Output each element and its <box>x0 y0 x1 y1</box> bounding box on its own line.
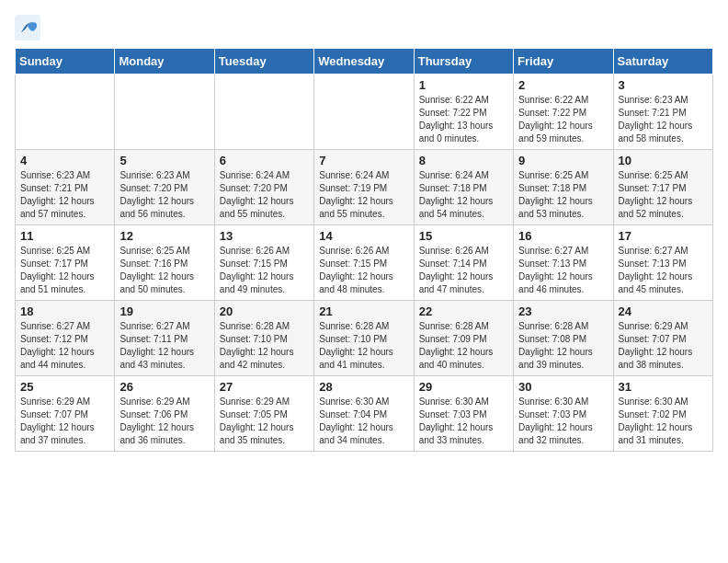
day-number: 23 <box>518 304 608 318</box>
calendar-cell: 6Sunrise: 6:24 AM Sunset: 7:20 PM Daylig… <box>214 150 313 225</box>
day-info: Sunrise: 6:24 AM Sunset: 7:20 PM Dayligh… <box>220 169 309 221</box>
calendar-cell: 11Sunrise: 6:25 AM Sunset: 7:17 PM Dayli… <box>16 225 115 301</box>
day-number: 4 <box>20 154 109 167</box>
svg-rect-0 <box>15 15 40 40</box>
day-info: Sunrise: 6:28 AM Sunset: 7:10 PM Dayligh… <box>319 320 408 372</box>
day-info: Sunrise: 6:24 AM Sunset: 7:18 PM Dayligh… <box>419 169 508 221</box>
calendar-cell: 3Sunrise: 6:23 AM Sunset: 7:21 PM Daylig… <box>613 75 712 150</box>
weekday-header-thursday: Thursday <box>414 49 513 75</box>
day-info: Sunrise: 6:25 AM Sunset: 7:16 PM Dayligh… <box>119 245 209 296</box>
day-info: Sunrise: 6:27 AM Sunset: 7:11 PM Dayligh… <box>119 320 209 372</box>
calendar-cell: 15Sunrise: 6:26 AM Sunset: 7:14 PM Dayli… <box>414 225 513 301</box>
weekday-header-row: SundayMondayTuesdayWednesdayThursdayFrid… <box>16 49 713 75</box>
calendar-cell: 8Sunrise: 6:24 AM Sunset: 7:18 PM Daylig… <box>414 150 513 225</box>
calendar-cell: 25Sunrise: 6:29 AM Sunset: 7:07 PM Dayli… <box>16 376 115 452</box>
day-info: Sunrise: 6:23 AM Sunset: 7:21 PM Dayligh… <box>619 94 708 145</box>
day-number: 16 <box>518 229 608 243</box>
day-number: 1 <box>419 78 508 92</box>
day-number: 17 <box>619 229 708 243</box>
day-info: Sunrise: 6:23 AM Sunset: 7:21 PM Dayligh… <box>20 169 109 221</box>
day-number: 27 <box>220 380 309 394</box>
day-info: Sunrise: 6:25 AM Sunset: 7:17 PM Dayligh… <box>619 169 708 221</box>
day-info: Sunrise: 6:27 AM Sunset: 7:12 PM Dayligh… <box>20 320 109 372</box>
calendar-cell: 27Sunrise: 6:29 AM Sunset: 7:05 PM Dayli… <box>214 376 313 452</box>
day-info: Sunrise: 6:27 AM Sunset: 7:13 PM Dayligh… <box>619 245 708 296</box>
day-number: 30 <box>518 380 608 394</box>
day-number: 7 <box>319 154 408 167</box>
day-info: Sunrise: 6:26 AM Sunset: 7:15 PM Dayligh… <box>220 245 309 296</box>
weekday-header-sunday: Sunday <box>16 49 115 75</box>
day-info: Sunrise: 6:30 AM Sunset: 7:03 PM Dayligh… <box>419 396 508 447</box>
calendar-cell: 1Sunrise: 6:22 AM Sunset: 7:22 PM Daylig… <box>414 75 513 150</box>
calendar-cell <box>314 75 414 150</box>
day-number: 31 <box>619 380 708 394</box>
day-number: 10 <box>619 154 708 167</box>
calendar-body: 1Sunrise: 6:22 AM Sunset: 7:22 PM Daylig… <box>16 75 713 452</box>
day-info: Sunrise: 6:30 AM Sunset: 7:04 PM Dayligh… <box>319 396 408 447</box>
logo-icon <box>15 15 40 40</box>
day-number: 21 <box>319 304 408 318</box>
day-info: Sunrise: 6:23 AM Sunset: 7:20 PM Dayligh… <box>119 169 209 221</box>
calendar-week-2: 4Sunrise: 6:23 AM Sunset: 7:21 PM Daylig… <box>16 150 713 225</box>
day-info: Sunrise: 6:29 AM Sunset: 7:05 PM Dayligh… <box>220 396 309 447</box>
day-info: Sunrise: 6:30 AM Sunset: 7:02 PM Dayligh… <box>619 396 708 447</box>
day-number: 6 <box>220 154 309 167</box>
weekday-header-wednesday: Wednesday <box>314 49 414 75</box>
day-info: Sunrise: 6:22 AM Sunset: 7:22 PM Dayligh… <box>518 94 608 145</box>
day-info: Sunrise: 6:22 AM Sunset: 7:22 PM Dayligh… <box>419 94 508 145</box>
day-info: Sunrise: 6:26 AM Sunset: 7:15 PM Dayligh… <box>319 245 408 296</box>
day-number: 28 <box>319 380 408 394</box>
day-number: 9 <box>518 154 608 167</box>
day-number: 29 <box>419 380 508 394</box>
day-info: Sunrise: 6:29 AM Sunset: 7:07 PM Dayligh… <box>619 320 708 372</box>
page-header <box>15 15 713 40</box>
calendar-cell: 2Sunrise: 6:22 AM Sunset: 7:22 PM Daylig… <box>514 75 613 150</box>
calendar-cell: 10Sunrise: 6:25 AM Sunset: 7:17 PM Dayli… <box>613 150 712 225</box>
day-info: Sunrise: 6:25 AM Sunset: 7:17 PM Dayligh… <box>20 245 109 296</box>
calendar-week-3: 11Sunrise: 6:25 AM Sunset: 7:17 PM Dayli… <box>16 225 713 301</box>
day-info: Sunrise: 6:28 AM Sunset: 7:08 PM Dayligh… <box>518 320 608 372</box>
weekday-header-tuesday: Tuesday <box>214 49 313 75</box>
calendar-cell: 12Sunrise: 6:25 AM Sunset: 7:16 PM Dayli… <box>115 225 214 301</box>
calendar-week-4: 18Sunrise: 6:27 AM Sunset: 7:12 PM Dayli… <box>16 301 713 376</box>
calendar-cell: 5Sunrise: 6:23 AM Sunset: 7:20 PM Daylig… <box>115 150 214 225</box>
calendar-cell: 29Sunrise: 6:30 AM Sunset: 7:03 PM Dayli… <box>414 376 513 452</box>
day-number: 15 <box>419 229 508 243</box>
calendar-cell: 28Sunrise: 6:30 AM Sunset: 7:04 PM Dayli… <box>314 376 414 452</box>
weekday-header-saturday: Saturday <box>613 49 712 75</box>
calendar-cell: 16Sunrise: 6:27 AM Sunset: 7:13 PM Dayli… <box>514 225 613 301</box>
day-number: 5 <box>119 154 209 167</box>
day-number: 3 <box>619 78 708 92</box>
calendar-cell: 13Sunrise: 6:26 AM Sunset: 7:15 PM Dayli… <box>214 225 313 301</box>
day-info: Sunrise: 6:30 AM Sunset: 7:03 PM Dayligh… <box>518 396 608 447</box>
day-info: Sunrise: 6:24 AM Sunset: 7:19 PM Dayligh… <box>319 169 408 221</box>
day-info: Sunrise: 6:26 AM Sunset: 7:14 PM Dayligh… <box>419 245 508 296</box>
calendar-cell: 22Sunrise: 6:28 AM Sunset: 7:09 PM Dayli… <box>414 301 513 376</box>
calendar-cell: 7Sunrise: 6:24 AM Sunset: 7:19 PM Daylig… <box>314 150 414 225</box>
calendar-cell: 30Sunrise: 6:30 AM Sunset: 7:03 PM Dayli… <box>514 376 613 452</box>
calendar-week-5: 25Sunrise: 6:29 AM Sunset: 7:07 PM Dayli… <box>16 376 713 452</box>
calendar-cell: 21Sunrise: 6:28 AM Sunset: 7:10 PM Dayli… <box>314 301 414 376</box>
calendar-cell: 19Sunrise: 6:27 AM Sunset: 7:11 PM Dayli… <box>115 301 214 376</box>
day-info: Sunrise: 6:29 AM Sunset: 7:06 PM Dayligh… <box>119 396 209 447</box>
calendar-table: SundayMondayTuesdayWednesdayThursdayFrid… <box>15 48 713 452</box>
calendar-cell: 31Sunrise: 6:30 AM Sunset: 7:02 PM Dayli… <box>613 376 712 452</box>
calendar-cell: 20Sunrise: 6:28 AM Sunset: 7:10 PM Dayli… <box>214 301 313 376</box>
calendar-cell: 23Sunrise: 6:28 AM Sunset: 7:08 PM Dayli… <box>514 301 613 376</box>
day-number: 11 <box>20 229 109 243</box>
day-number: 20 <box>220 304 309 318</box>
day-info: Sunrise: 6:28 AM Sunset: 7:09 PM Dayligh… <box>419 320 508 372</box>
calendar-cell: 17Sunrise: 6:27 AM Sunset: 7:13 PM Dayli… <box>613 225 712 301</box>
logo <box>15 15 44 40</box>
day-number: 26 <box>119 380 209 394</box>
day-number: 14 <box>319 229 408 243</box>
calendar-cell: 26Sunrise: 6:29 AM Sunset: 7:06 PM Dayli… <box>115 376 214 452</box>
day-number: 25 <box>20 380 109 394</box>
calendar-cell: 9Sunrise: 6:25 AM Sunset: 7:18 PM Daylig… <box>514 150 613 225</box>
calendar-cell <box>115 75 214 150</box>
day-number: 8 <box>419 154 508 167</box>
day-number: 22 <box>419 304 508 318</box>
day-number: 13 <box>220 229 309 243</box>
day-number: 19 <box>119 304 209 318</box>
calendar-cell: 24Sunrise: 6:29 AM Sunset: 7:07 PM Dayli… <box>613 301 712 376</box>
